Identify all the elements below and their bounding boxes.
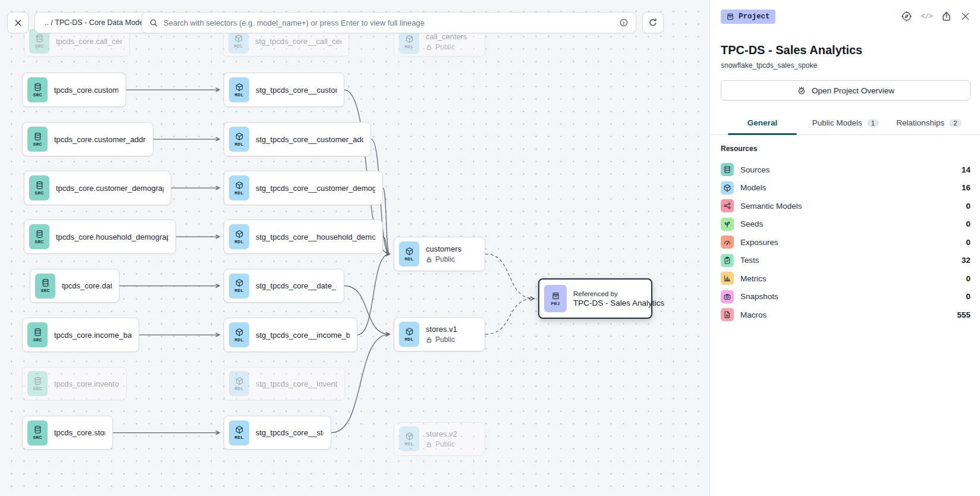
database-icon xyxy=(721,163,734,176)
cube-icon: MDL xyxy=(229,274,249,299)
lineage-node-mdl_date_dim[interactable]: MDLstg_tpcds_core__date_dim xyxy=(224,269,344,303)
resource-count: 32 xyxy=(962,256,970,265)
database-icon: SRC xyxy=(27,420,48,445)
open-project-overview-button[interactable]: Open Project Overview xyxy=(721,80,970,101)
lineage-node-src_income_band[interactable]: SRCtpcds_core.income_band xyxy=(22,318,139,352)
node-label: tpcds_core.inventory xyxy=(54,379,119,388)
referenced-by-label: Referenced by xyxy=(573,290,644,297)
edge-pub_stores_v1-to-prj_sales xyxy=(485,299,534,334)
semantic-model-icon xyxy=(721,199,734,212)
cube-icon: MDL xyxy=(229,175,249,200)
lineage-node-mdl_income_band[interactable]: MDLstg_tpcds_core__income_band xyxy=(224,318,357,352)
resource-row-metrics: Metrics0 xyxy=(721,269,970,288)
resource-label: Models xyxy=(740,183,955,192)
lineage-node-mdl_customer[interactable]: MDLstg_tpcds_core__customer xyxy=(224,73,344,107)
share-icon[interactable] xyxy=(941,11,952,22)
node-body: tpcds_core.call_center xyxy=(56,37,122,46)
node-body: stores.v2Public xyxy=(426,429,457,448)
node-body: tpcds_core.inventory xyxy=(54,379,119,388)
node-label: stg_tpcds_core__customer_demogra… xyxy=(256,184,375,193)
lineage-node-src_customer_demographics[interactable]: SRCtpcds_core.customer_demographics xyxy=(24,171,171,205)
tab-count-badge: 1 xyxy=(867,119,879,127)
node-body: stg_tpcds_core__income_band xyxy=(256,331,350,340)
close-lineage-button[interactable] xyxy=(7,12,29,33)
resource-count: 0 xyxy=(966,274,970,283)
cube-icon: MDL xyxy=(229,420,249,445)
node-body: stg_tpcds_core__call_center xyxy=(255,37,341,46)
lineage-node-prj_sales[interactable]: PRJReferenced byTPC-DS - Sales Analytics xyxy=(538,278,652,319)
tab-count-badge: 2 xyxy=(949,119,961,127)
resource-label: Semantic Models xyxy=(740,202,959,211)
close-icon xyxy=(14,18,23,27)
project-icon: PRJ xyxy=(544,285,567,312)
lineage-node-pub_customers[interactable]: MDLcustomersPublic xyxy=(394,237,485,271)
node-label: stg_tpcds_core__date_dim xyxy=(256,281,337,290)
node-body: call_centersPublic xyxy=(426,32,467,51)
resource-label: Sources xyxy=(740,165,955,174)
edge-mdl_income_band-to-pub_customers xyxy=(357,254,390,335)
resource-count: 0 xyxy=(966,219,970,228)
lineage-node-src_date_dim[interactable]: SRCtpcds_core.date_dim xyxy=(30,269,120,303)
resource-count: 16 xyxy=(962,183,970,192)
node-label: stg_tpcds_core__call_center xyxy=(255,37,341,46)
node-label: tpcds_core.income_band xyxy=(54,331,131,340)
visibility-label: Public xyxy=(435,440,455,448)
cube-icon: MDL xyxy=(229,127,249,152)
resource-count: 0 xyxy=(966,292,970,301)
lineage-node-pub_stores_v1[interactable]: MDLstores.v1Public xyxy=(394,317,485,351)
lineage-node-pub_stores_v2[interactable]: MDLstores.v2Public xyxy=(394,422,485,456)
resource-label: Metrics xyxy=(740,274,959,283)
refresh-button[interactable] xyxy=(642,12,664,33)
lineage-search[interactable] xyxy=(142,12,636,33)
node-label: tpcds_core.household_demographics xyxy=(56,233,168,241)
node-body: tpcds_core.store xyxy=(54,428,105,437)
node-label: tpcds_core.customer_demographics xyxy=(56,184,164,193)
lineage-node-mdl_inventory[interactable]: MDLstg_tpcds_core__inventory xyxy=(224,367,345,400)
tab-relationships[interactable]: Relationships2 xyxy=(887,114,970,134)
resource-label: Macros xyxy=(740,310,950,319)
resource-row-sources: Sources14 xyxy=(721,161,970,179)
project-type-badge: Project xyxy=(721,10,775,24)
lineage-node-src_household_demographics[interactable]: SRCtpcds_core.household_demographics xyxy=(24,219,176,254)
tab-public-models[interactable]: Public Models1 xyxy=(804,114,887,134)
lineage-node-src_customer_address[interactable]: SRCtpcds_core.customer_address xyxy=(22,122,153,156)
node-label: stg_tpcds_core__customer xyxy=(256,86,337,95)
breadcrumb[interactable]: .. / TPC-DS - Core Data Models xyxy=(34,12,159,33)
lineage-node-mdl_customer_demographics[interactable]: MDLstg_tpcds_core__customer_demogra… xyxy=(224,171,383,205)
gauge-icon xyxy=(721,236,734,249)
panel-tabs: GeneralPublic Models1Relationships2 xyxy=(710,114,980,135)
node-body: stg_tpcds_core__customer_demogra… xyxy=(256,184,375,193)
lineage-node-mdl_store[interactable]: MDLstg_tpcds_core__store xyxy=(224,416,331,450)
lineage-node-src_inventory[interactable]: SRCtpcds_core.inventory xyxy=(22,367,127,400)
edge-pub_customers-to-prj_sales xyxy=(485,254,534,299)
lineage-node-src_store[interactable]: SRCtpcds_core.store xyxy=(22,416,113,450)
node-label: tpcds_core.customer_address xyxy=(54,135,146,144)
node-label: tpcds_core.call_center xyxy=(56,37,122,46)
node-body: stg_tpcds_core__store xyxy=(256,428,323,437)
database-icon: SRC xyxy=(29,224,49,249)
code-icon[interactable]: </> xyxy=(921,12,932,21)
file-icon xyxy=(721,308,734,321)
node-body: tpcds_core.household_demographics xyxy=(56,233,168,241)
lineage-canvas[interactable]: SRCtpcds_core.call_centerSRCtpcds_core.c… xyxy=(0,0,709,496)
cube-icon: MDL xyxy=(399,241,419,266)
search-input[interactable] xyxy=(164,18,614,27)
lineage-node-mdl_household_demographics[interactable]: MDLstg_tpcds_core__household_demogr… xyxy=(224,219,383,254)
node-body: stg_tpcds_core__date_dim xyxy=(256,281,337,290)
visibility-label: Public xyxy=(435,43,455,51)
visibility-row: Public xyxy=(426,43,467,51)
compass-icon[interactable] xyxy=(901,11,912,22)
visibility-row: Public xyxy=(426,335,457,344)
cube-icon: MDL xyxy=(229,224,249,249)
lineage-node-src_customer[interactable]: SRCtpcds_core.customer xyxy=(22,73,126,107)
lineage-node-mdl_customer_address[interactable]: MDLstg_tpcds_core__customer_address xyxy=(224,122,371,156)
lock-open-icon xyxy=(426,441,432,448)
close-icon[interactable] xyxy=(960,11,970,21)
tab-general[interactable]: General xyxy=(721,114,804,134)
resource-label: Snapshots xyxy=(740,292,959,301)
resource-label: Exposures xyxy=(740,238,959,247)
info-icon[interactable] xyxy=(619,18,629,27)
node-label: stg_tpcds_core__store xyxy=(256,428,323,437)
visibility-label: Public xyxy=(435,335,455,344)
cube-icon: MDL xyxy=(229,77,249,102)
